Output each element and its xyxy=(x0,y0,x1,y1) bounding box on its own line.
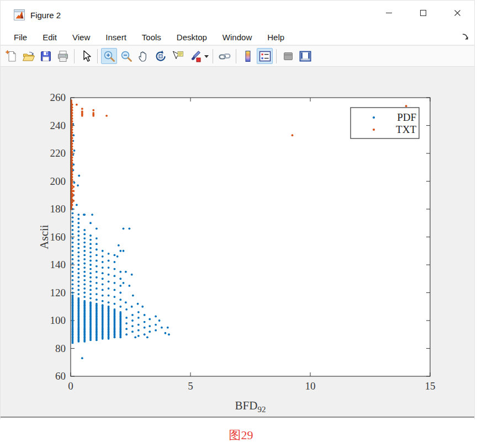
toolbar-separator xyxy=(74,49,75,63)
scatter-plot[interactable]: 0510156080100120140160180200220240260Asc… xyxy=(1,67,474,418)
link-plot-button[interactable] xyxy=(216,48,232,64)
brush-icon xyxy=(188,50,202,63)
insert-colorbar-icon xyxy=(241,50,255,63)
toolbar-separator xyxy=(276,49,277,63)
svg-text:15: 15 xyxy=(425,380,436,392)
svg-text:120: 120 xyxy=(50,287,66,298)
toolbar-separator xyxy=(97,49,98,63)
matlab-logo-icon xyxy=(14,9,25,20)
menu-item-insert[interactable]: Insert xyxy=(98,30,134,44)
rotate-3d-icon xyxy=(154,50,167,63)
menu-item-edit[interactable]: Edit xyxy=(35,30,65,44)
title-bar[interactable]: Figure 2 xyxy=(1,1,474,29)
menu-item-desktop[interactable]: Desktop xyxy=(169,30,215,44)
svg-text:180: 180 xyxy=(50,203,66,215)
hide-plot-tools-icon xyxy=(282,50,295,63)
y-axis-label: Ascii xyxy=(38,225,51,249)
window-title: Figure 2 xyxy=(30,10,61,20)
pan-icon xyxy=(137,50,150,63)
maximize-icon xyxy=(420,9,427,17)
svg-text:200: 200 xyxy=(50,175,66,187)
toolbar xyxy=(1,46,474,67)
zoom-out-button[interactable] xyxy=(118,48,134,64)
menu-item-help[interactable]: Help xyxy=(259,30,292,44)
hide-plot-tools-button[interactable] xyxy=(280,48,296,64)
caption-text: 图29 xyxy=(229,428,253,442)
dock-arrow-icon[interactable] xyxy=(461,33,470,41)
new-figure-button[interactable] xyxy=(3,48,19,64)
save-icon xyxy=(39,50,52,63)
new-figure-icon xyxy=(5,50,18,63)
svg-text:60: 60 xyxy=(55,370,66,382)
svg-text:260: 260 xyxy=(50,92,66,103)
x-axis-label: BFD92 xyxy=(235,399,266,414)
zoom-in-icon xyxy=(103,50,116,63)
svg-text:220: 220 xyxy=(50,147,66,159)
minimize-button[interactable] xyxy=(372,1,406,25)
svg-text:10: 10 xyxy=(305,380,316,392)
svg-text:240: 240 xyxy=(50,120,66,131)
insert-colorbar-button[interactable] xyxy=(240,48,256,64)
figure-caption: 图29 xyxy=(0,427,482,444)
brush-dropdown-button[interactable] xyxy=(203,48,210,64)
zoom-in-button[interactable] xyxy=(101,48,117,64)
chevron-down-icon xyxy=(204,55,209,58)
print-button[interactable] xyxy=(55,48,71,64)
minimize-icon xyxy=(385,9,393,17)
edit-plot-icon xyxy=(80,50,93,63)
show-plot-tools-icon xyxy=(299,50,312,63)
menu-item-view[interactable]: View xyxy=(65,30,98,44)
menu-bar: FileEditViewInsertToolsDesktopWindowHelp xyxy=(1,29,474,46)
close-button[interactable] xyxy=(440,1,474,25)
edit-plot-button[interactable] xyxy=(78,48,94,64)
toolbar-separator xyxy=(213,49,213,63)
save-button[interactable] xyxy=(38,48,54,64)
menu-item-tools[interactable]: Tools xyxy=(134,30,169,44)
svg-text:160: 160 xyxy=(50,231,66,243)
zoom-out-icon xyxy=(120,50,133,63)
data-cursor-icon xyxy=(171,50,184,63)
brush-button[interactable] xyxy=(187,48,203,64)
legend-marker-txt xyxy=(373,129,375,131)
svg-text:0: 0 xyxy=(68,380,73,392)
svg-text:140: 140 xyxy=(50,259,66,270)
window-controls xyxy=(372,1,474,29)
insert-legend-button[interactable] xyxy=(257,48,273,64)
menu-item-file[interactable]: File xyxy=(6,30,35,44)
legend-label-txt: TXT xyxy=(396,124,416,135)
figure-canvas[interactable]: 0510156080100120140160180200220240260Asc… xyxy=(1,67,474,418)
print-icon xyxy=(56,50,70,63)
show-plot-tools-button[interactable] xyxy=(297,48,313,64)
open-file-button[interactable] xyxy=(20,48,36,64)
plot-area[interactable] xyxy=(71,98,430,376)
svg-text:5: 5 xyxy=(188,380,193,392)
svg-text:80: 80 xyxy=(55,343,66,354)
legend-marker-pdf xyxy=(373,116,375,119)
insert-legend-icon xyxy=(258,50,272,63)
legend-label-pdf: PDF xyxy=(397,111,416,123)
menu-item-window[interactable]: Window xyxy=(215,30,259,44)
toolbar-separator xyxy=(236,49,236,63)
open-file-icon xyxy=(22,50,35,63)
maximize-button[interactable] xyxy=(406,1,440,25)
close-icon xyxy=(454,9,461,17)
legend[interactable]: PDFTXT xyxy=(351,108,419,138)
link-plot-icon xyxy=(218,50,231,63)
rotate-3d-button[interactable] xyxy=(152,48,168,64)
svg-text:100: 100 xyxy=(50,314,66,326)
data-cursor-button[interactable] xyxy=(170,48,186,64)
figure-window: Figure 2 FileEditViewInsertToolsDesktopW… xyxy=(0,0,475,419)
pan-button[interactable] xyxy=(135,48,151,64)
